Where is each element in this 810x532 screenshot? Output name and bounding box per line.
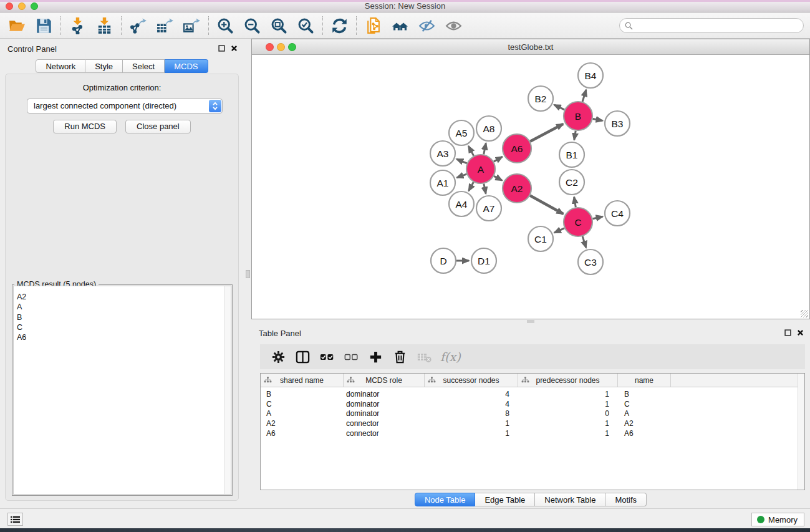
tab-mcds[interactable]: MCDS bbox=[165, 59, 208, 73]
graph-edge-B-B2[interactable] bbox=[554, 105, 565, 110]
graph-node-A8[interactable]: A8 bbox=[476, 116, 501, 141]
tab-node-table[interactable]: Node Table bbox=[415, 493, 476, 506]
graph-node-B[interactable]: B bbox=[564, 102, 592, 130]
graph-edge-C-C2[interactable] bbox=[574, 197, 576, 208]
open-folder-icon[interactable] bbox=[4, 14, 31, 37]
table-scrollbar[interactable] bbox=[798, 374, 804, 490]
mcds-result-item[interactable]: A2 bbox=[17, 292, 26, 302]
export-network-icon[interactable] bbox=[125, 14, 152, 37]
zoom-window-button[interactable] bbox=[31, 2, 38, 10]
float-panel-icon[interactable] bbox=[218, 45, 225, 52]
zoom-in-icon[interactable] bbox=[212, 14, 239, 37]
column-header-successor-nodes[interactable]: successor nodes bbox=[425, 374, 518, 387]
minimize-window-button[interactable] bbox=[18, 2, 26, 10]
graph-node-A5[interactable]: A5 bbox=[449, 120, 474, 145]
cell-MCDS-role[interactable]: dominator bbox=[344, 409, 425, 418]
network-minimize-button[interactable] bbox=[277, 43, 285, 51]
graph-edge-A2-C[interactable] bbox=[530, 196, 563, 214]
table-row[interactable]: Cdominator41C bbox=[261, 399, 804, 409]
mcds-result-item[interactable]: A bbox=[17, 302, 26, 312]
cell-successor-nodes[interactable]: 4 bbox=[425, 390, 518, 399]
export-image-icon[interactable] bbox=[178, 14, 205, 37]
graph-node-A[interactable]: A bbox=[466, 155, 495, 183]
cell-name[interactable]: B bbox=[618, 390, 671, 399]
graph-edge-A-A8[interactable] bbox=[484, 143, 486, 155]
close-panel-icon[interactable] bbox=[231, 45, 238, 52]
column-header-MCDS-role[interactable]: MCDS role bbox=[344, 374, 425, 387]
graph-edge-B-B4[interactable] bbox=[582, 90, 586, 102]
graph-node-A7[interactable]: A7 bbox=[476, 196, 501, 221]
cell-predecessor-nodes[interactable]: 0 bbox=[518, 409, 618, 418]
graph-node-A4[interactable]: A4 bbox=[449, 191, 474, 216]
graph-node-B3[interactable]: B3 bbox=[605, 111, 630, 136]
search-box[interactable] bbox=[619, 18, 804, 33]
close-window-button[interactable] bbox=[6, 2, 13, 10]
graph-node-A2[interactable]: A2 bbox=[503, 174, 531, 203]
column-header-name[interactable]: name bbox=[618, 374, 671, 387]
graph-node-C[interactable]: C bbox=[564, 208, 592, 236]
graph-node-D1[interactable]: D1 bbox=[471, 248, 496, 273]
memory-button[interactable]: Memory bbox=[751, 513, 804, 526]
mcds-result-item[interactable]: C bbox=[17, 322, 26, 332]
add-column-icon[interactable] bbox=[364, 347, 388, 367]
cell-shared-name[interactable]: B bbox=[261, 390, 344, 399]
graph-edge-A-A6[interactable] bbox=[494, 157, 503, 162]
cell-MCDS-role[interactable]: connector bbox=[344, 429, 425, 438]
tab-network-table[interactable]: Network Table bbox=[535, 493, 605, 506]
graph-edge-A-A1[interactable] bbox=[457, 174, 467, 178]
tab-style[interactable]: Style bbox=[85, 59, 123, 73]
criterion-dropdown[interactable]: largest connected component (directed) bbox=[27, 99, 223, 114]
graph-edge-B-B1[interactable] bbox=[574, 131, 576, 140]
resize-grip[interactable] bbox=[801, 310, 808, 317]
cell-shared-name[interactable]: A2 bbox=[261, 419, 344, 428]
graph-edge-A6-B[interactable] bbox=[530, 124, 563, 142]
column-header-shared-name[interactable]: shared name bbox=[261, 374, 344, 387]
network-zoom-button[interactable] bbox=[288, 43, 296, 51]
cell-name[interactable]: A2 bbox=[618, 419, 671, 428]
graph-node-B2[interactable]: B2 bbox=[528, 86, 553, 111]
graph-edge-C-C3[interactable] bbox=[582, 236, 586, 248]
cell-MCDS-role[interactable]: connector bbox=[344, 419, 425, 428]
graph-node-A1[interactable]: A1 bbox=[430, 170, 455, 195]
search-input[interactable] bbox=[636, 21, 798, 30]
zoom-fit-icon[interactable] bbox=[266, 14, 292, 37]
clear-checkboxes-icon[interactable] bbox=[339, 347, 364, 367]
graph-edge-C-C1[interactable] bbox=[554, 228, 564, 233]
show-all-icon[interactable] bbox=[440, 14, 467, 37]
graph-node-C2[interactable]: C2 bbox=[559, 170, 584, 195]
cell-predecessor-nodes[interactable]: 1 bbox=[518, 419, 618, 428]
graph-node-B4[interactable]: B4 bbox=[578, 63, 603, 88]
cell-predecessor-nodes[interactable]: 1 bbox=[518, 429, 618, 438]
mcds-list-scrollbar[interactable] bbox=[224, 286, 231, 494]
close-panel-button[interactable]: Close panel bbox=[125, 120, 191, 133]
cell-shared-name[interactable]: A6 bbox=[261, 429, 344, 438]
cell-name[interactable]: A bbox=[618, 409, 671, 418]
export-table-icon[interactable] bbox=[152, 14, 178, 37]
table-row[interactable]: Bdominator41B bbox=[261, 389, 804, 399]
table-row[interactable]: A2connector11A2 bbox=[261, 418, 804, 428]
network-canvas[interactable]: B4B2BB3A8A5A6A3B1AA1C2A2A4A7C4CC1C3DD1 bbox=[253, 56, 809, 318]
cell-MCDS-role[interactable]: dominator bbox=[344, 400, 425, 409]
cell-successor-nodes[interactable]: 1 bbox=[425, 429, 518, 438]
select-checkboxes-icon[interactable] bbox=[315, 347, 339, 367]
columns-icon[interactable] bbox=[291, 347, 315, 367]
table-row[interactable]: Adominator80A bbox=[261, 409, 804, 418]
graph-node-A3[interactable]: A3 bbox=[430, 141, 455, 166]
cell-predecessor-nodes[interactable]: 1 bbox=[518, 390, 618, 399]
cell-name[interactable]: C bbox=[618, 400, 671, 409]
mcds-result-list[interactable]: A2ABCA6 bbox=[13, 286, 231, 495]
homes-icon[interactable] bbox=[387, 14, 413, 37]
graph-edge-A-A5[interactable] bbox=[468, 146, 473, 156]
import-table-icon[interactable] bbox=[91, 14, 118, 37]
graph-edge-C-C4[interactable] bbox=[592, 216, 602, 219]
zoom-selected-icon[interactable] bbox=[292, 14, 319, 37]
table-row[interactable]: A6connector11A6 bbox=[261, 428, 804, 438]
import-network-icon[interactable] bbox=[64, 14, 91, 37]
column-header-predecessor-nodes[interactable]: predecessor nodes bbox=[518, 374, 618, 387]
cell-name[interactable]: A6 bbox=[618, 429, 671, 438]
close-table-panel-icon[interactable] bbox=[797, 329, 804, 336]
cell-predecessor-nodes[interactable]: 1 bbox=[518, 400, 618, 409]
mcds-result-item[interactable]: B bbox=[17, 312, 26, 322]
graph-node-A6[interactable]: A6 bbox=[503, 134, 531, 163]
graph-edge-A-A4[interactable] bbox=[469, 182, 474, 191]
